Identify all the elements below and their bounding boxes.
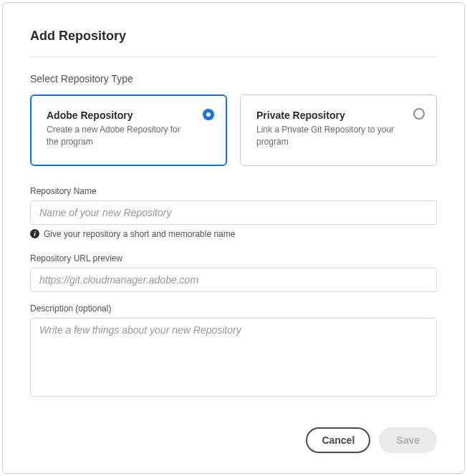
add-repository-dialog: Add Repository Select Repository Type Ad…: [2, 2, 465, 474]
description-label: Description (optional): [30, 303, 437, 314]
repository-url-label: Repository URL preview: [30, 253, 437, 263]
radio-unselected-icon: [413, 108, 425, 120]
save-button[interactable]: Save: [379, 427, 437, 453]
radio-selected-icon: [203, 109, 214, 120]
repo-type-adobe-title: Adobe Repository: [47, 110, 192, 121]
repo-type-private-desc: Link a Private Git Repository to your pr…: [256, 124, 402, 148]
field-description: Description (optional): [30, 303, 437, 399]
dialog-title: Add Repository: [30, 29, 437, 44]
repo-type-adobe[interactable]: Adobe Repository Create a new Adobe Repo…: [30, 94, 227, 166]
repo-type-private-title: Private Repository: [256, 110, 402, 121]
repo-type-private[interactable]: Private Repository Link a Private Git Re…: [240, 94, 437, 166]
repo-type-adobe-desc: Create a new Adobe Repository for the pr…: [47, 124, 192, 148]
divider: [30, 57, 437, 57]
repository-type-cards: Adobe Repository Create a new Adobe Repo…: [30, 94, 437, 166]
dialog-footer: Cancel Save: [30, 427, 437, 453]
repository-name-helper-row: i Give your repository a short and memor…: [30, 229, 437, 239]
repository-url-input: [30, 268, 437, 292]
info-icon: i: [30, 229, 39, 238]
field-repository-url: Repository URL preview: [30, 253, 437, 292]
cancel-button[interactable]: Cancel: [306, 427, 370, 453]
repository-name-label: Repository Name: [30, 186, 437, 196]
repository-name-input[interactable]: [30, 200, 437, 225]
repository-name-helper: Give your repository a short and memorab…: [44, 229, 235, 239]
type-section-label: Select Repository Type: [30, 73, 437, 84]
description-input[interactable]: [30, 318, 437, 397]
field-repository-name: Repository Name i Give your repository a…: [30, 186, 437, 246]
